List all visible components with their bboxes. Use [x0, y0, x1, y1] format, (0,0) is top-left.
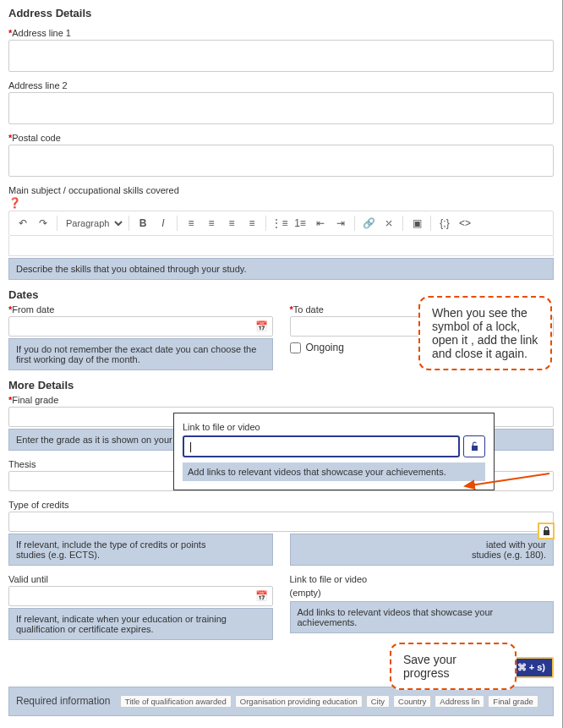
svg-line-0	[465, 473, 549, 486]
valid-until-label: Valid until	[8, 574, 273, 584]
required-tags: Title of qualification awardedOrganisati…	[118, 695, 540, 707]
required-tag: City	[366, 695, 390, 708]
from-date-input[interactable]	[8, 316, 273, 337]
link-hint: Add links to relevant videos that showca…	[290, 601, 555, 633]
more-details-heading: More Details	[8, 379, 554, 391]
required-title: Required information	[16, 695, 110, 707]
redo-icon[interactable]: ↷	[33, 213, 53, 233]
required-tag: Country	[393, 695, 431, 708]
ongoing-checkbox[interactable]	[290, 342, 301, 353]
help-icon[interactable]: ❓	[8, 197, 21, 209]
rte-toolbar: ↶ ↷ Paragraph B I ≡ ≡ ≡ ≡ ⋮≡ 1≡ ⇤ ⇥ 🔗 ⤫ …	[8, 211, 554, 236]
link-popup: Link to file or video Add links to relev…	[173, 413, 495, 490]
image-icon[interactable]: ▣	[407, 213, 427, 233]
postal-code-input[interactable]	[8, 145, 554, 177]
popup-hint: Add links to relevant videos that showca…	[183, 463, 485, 481]
from-date-label: *From date	[8, 304, 273, 315]
popup-link-input[interactable]	[183, 435, 460, 457]
address-line-2-input[interactable]	[8, 92, 554, 124]
address-line-2-label: Address line 2	[8, 80, 554, 90]
required-tag: Title of qualification awarded	[120, 695, 232, 708]
outdent-icon[interactable]: ⇤	[310, 213, 331, 233]
required-tag: Organisation providing education	[235, 695, 363, 708]
required-info-bar: Required information Title of qualificat…	[8, 687, 554, 716]
align-right-icon[interactable]: ≡	[221, 213, 242, 233]
address-line-1-label: *Address line 1	[8, 28, 554, 38]
postal-code-label: *Postal code	[8, 133, 554, 143]
align-center-icon[interactable]: ≡	[201, 213, 221, 233]
skills-hint: Describe the skills that you obtained th…	[8, 258, 554, 280]
popup-label: Link to file or video	[183, 422, 485, 432]
italic-icon[interactable]: I	[153, 213, 173, 233]
indent-icon[interactable]: ⇥	[331, 213, 351, 233]
link-empty-value: (empty)	[290, 588, 555, 598]
bold-icon[interactable]: B	[133, 213, 153, 233]
callout-lock: When you see the symbol of a lock, open …	[418, 296, 552, 370]
link-icon[interactable]: 🔗	[358, 213, 379, 233]
valid-until-input[interactable]	[8, 586, 273, 606]
from-date-hint: If you do not remember the exact date yo…	[8, 338, 273, 370]
calendar-icon[interactable]: 📅	[255, 590, 268, 602]
main-subject-label: Main subject / occupational skills cover…	[8, 185, 554, 195]
link-file-label: Link to file or video	[290, 574, 555, 584]
ongoing-label: Ongoing	[306, 342, 344, 353]
callout-save: Save your progress	[390, 643, 517, 690]
align-justify-icon[interactable]: ≡	[242, 213, 262, 233]
undo-icon[interactable]: ↶	[13, 213, 33, 233]
required-tag: Address lin	[435, 695, 484, 708]
align-left-icon[interactable]: ≡	[181, 213, 201, 233]
number-list-icon[interactable]: 1≡	[290, 213, 310, 233]
valid-until-hint: If relevant, indicate when your educatio…	[8, 608, 273, 640]
calendar-icon[interactable]: 📅	[255, 320, 268, 332]
bullet-list-icon[interactable]: ⋮≡	[270, 213, 290, 233]
arrow-icon	[456, 469, 558, 533]
block-format-select[interactable]: Paragraph	[61, 216, 125, 231]
code-icon[interactable]: {;}	[435, 213, 455, 233]
address-details-heading: Address Details	[8, 7, 554, 19]
source-icon[interactable]: <>	[455, 213, 475, 233]
required-tag: Final grade	[488, 695, 538, 708]
unlink-icon[interactable]: ⤫	[379, 213, 399, 233]
rte-editor[interactable]	[8, 236, 554, 256]
address-line-1-input[interactable]	[8, 40, 554, 72]
credits-right-hint: iated with your studies (e.g. 180).	[290, 534, 555, 566]
unlock-icon[interactable]	[463, 435, 485, 457]
final-grade-label: *Final grade	[8, 395, 554, 405]
type-credits-hint: If relevant, include the type of credits…	[8, 534, 273, 566]
